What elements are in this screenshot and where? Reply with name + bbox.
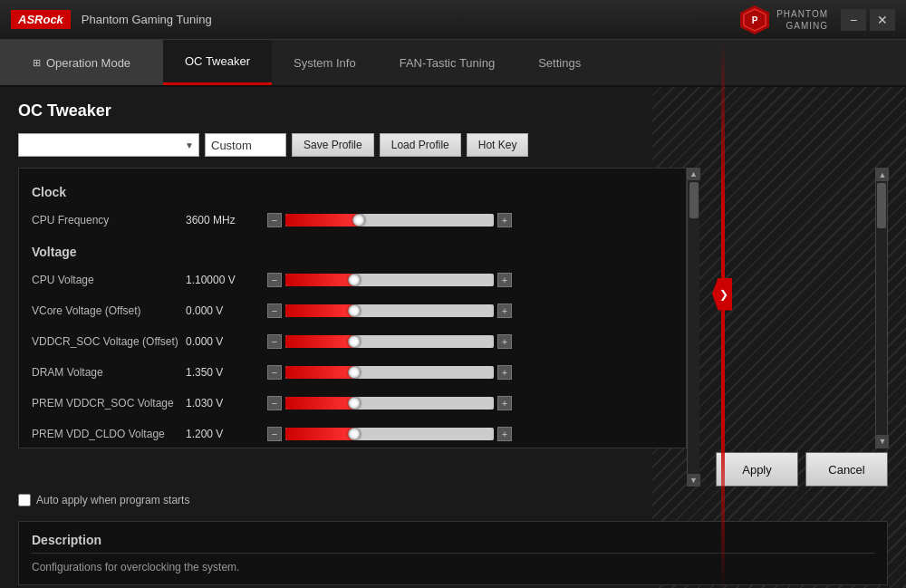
cpu-frequency-plus[interactable]: + (497, 213, 512, 227)
description-title: Description (32, 533, 874, 554)
vddcr-soc-label: VDDCR_SOC Voltage (Offset) (32, 335, 186, 348)
hotkey-button[interactable]: Hot Key (467, 133, 529, 157)
auto-apply-label: Auto apply when program starts (36, 494, 189, 506)
profile-name-input[interactable] (205, 133, 286, 157)
scroll-thumb[interactable] (689, 182, 699, 218)
cpu-frequency-fill (285, 214, 359, 227)
apply-button[interactable]: Apply (716, 452, 798, 487)
prem-vdd-cldo-plus[interactable]: + (497, 427, 512, 441)
titlebar-right: P PHANTOM GAMING − ✕ (738, 4, 895, 36)
cpu-frequency-label: CPU Frequency (32, 214, 186, 227)
prem-vdd-cldo-label: PREM VDD_CLDO Voltage (32, 428, 186, 440)
prem-vdd-cldo-slider: − + (267, 427, 512, 441)
vddcr-soc-fill (285, 335, 354, 348)
action-buttons: Apply Cancel (716, 452, 888, 487)
minimize-button[interactable]: − (841, 9, 866, 31)
dram-voltage-slider: − + (267, 365, 512, 380)
vddcr-soc-slider: − + (267, 334, 512, 349)
dram-voltage-track[interactable] (285, 366, 494, 379)
scroll-area: Clock CPU Frequency 3600 MHz − + (18, 168, 699, 487)
prem-vdd-cldo-track[interactable] (285, 428, 494, 440)
right-scroll-track[interactable] (876, 181, 887, 435)
scroll-up-arrow[interactable]: ▲ (688, 168, 700, 180)
cpu-frequency-slider: − + (267, 213, 512, 227)
cpu-voltage-row: CPU Voltage 1.10000 V − + (32, 268, 673, 292)
cpu-frequency-row: CPU Frequency 3600 MHz − + (32, 208, 673, 232)
voltage-section-header: Voltage (32, 245, 673, 259)
prem-vdd-cldo-fill (285, 428, 354, 440)
cpu-voltage-plus[interactable]: + (497, 273, 512, 287)
dropdown-wrapper (18, 133, 199, 157)
cpu-frequency-track[interactable] (285, 214, 494, 227)
auto-apply-checkbox[interactable] (18, 494, 31, 506)
prem-vddcr-label: PREM VDDCR_SOC Voltage (32, 397, 186, 410)
clock-section-header: Clock (32, 185, 673, 199)
right-scroll-up[interactable]: ▲ (876, 169, 889, 181)
prem-vddcr-minus[interactable]: − (267, 396, 282, 410)
tab-oc-tweaker[interactable]: OC Tweaker (163, 40, 272, 85)
right-scroll-thumb[interactable] (877, 183, 886, 228)
cpu-voltage-slider: − + (267, 273, 512, 287)
prem-vddcr-plus[interactable]: + (497, 396, 512, 410)
dram-voltage-plus[interactable]: + (497, 365, 512, 380)
nav-bar: ⊞ Operation Mode OC Tweaker System Info … (0, 40, 906, 87)
vddcr-soc-minus[interactable]: − (267, 334, 282, 349)
right-scroll-down[interactable]: ▼ (876, 435, 889, 448)
load-profile-button[interactable]: Load Profile (380, 133, 461, 157)
description-text: Configurations for overclocking the syst… (32, 561, 874, 574)
dram-voltage-thumb[interactable] (348, 366, 361, 379)
vcore-voltage-plus[interactable]: + (497, 304, 512, 318)
settings-scroll-container: Clock CPU Frequency 3600 MHz − + (18, 168, 687, 448)
scroll-track[interactable] (688, 180, 699, 474)
vcore-voltage-label: VCore Voltage (Offset) (32, 304, 186, 317)
cancel-button[interactable]: Cancel (805, 452, 888, 487)
dram-voltage-value: 1.350 V (186, 366, 267, 379)
cpu-frequency-minus[interactable]: − (267, 213, 282, 227)
profile-dropdown[interactable] (18, 133, 199, 157)
dram-voltage-minus[interactable]: − (267, 365, 282, 380)
save-profile-button[interactable]: Save Profile (292, 133, 374, 157)
cpu-frequency-value: 3600 MHz (186, 214, 267, 227)
cpu-voltage-track[interactable] (285, 274, 494, 286)
phantom-logo: P PHANTOM GAMING (738, 4, 828, 36)
vcore-voltage-fill (285, 304, 354, 317)
settings-scrollbar: ▲ ▼ (687, 168, 699, 487)
cpu-voltage-thumb[interactable] (348, 274, 361, 286)
vcore-voltage-slider: − + (267, 304, 512, 318)
svg-text:P: P (752, 15, 758, 25)
tab-fan-tastic[interactable]: FAN-Tastic Tuning (378, 40, 517, 85)
tab-settings[interactable]: Settings (516, 40, 602, 85)
cpu-frequency-thumb[interactable] (352, 214, 365, 227)
prem-vddcr-row: PREM VDDCR_SOC Voltage 1.030 V − + (32, 391, 673, 415)
description-section: Description Configurations for overclock… (18, 521, 888, 585)
cpu-voltage-label: CPU Voltage (32, 274, 186, 286)
prem-vdd-cldo-value: 1.200 V (186, 428, 267, 440)
prem-vddcr-fill (285, 397, 354, 410)
dram-voltage-label: DRAM Voltage (32, 366, 186, 379)
prem-vddcr-thumb[interactable] (348, 397, 361, 410)
vcore-voltage-track[interactable] (285, 304, 494, 317)
phantom-gaming-text: PHANTOM GAMING (776, 8, 828, 32)
vddcr-soc-track[interactable] (285, 335, 494, 348)
collapse-icon: ❯ (719, 288, 728, 301)
auto-apply-row: Auto apply when program starts (18, 490, 888, 510)
app-title: Phantom Gaming Tuning (82, 13, 212, 26)
close-button[interactable]: ✕ (870, 9, 895, 31)
tab-system-info[interactable]: System Info (272, 40, 378, 85)
cpu-voltage-fill (285, 274, 354, 286)
scroll-down-arrow[interactable]: ▼ (688, 474, 700, 487)
prem-vddcr-value: 1.030 V (186, 397, 267, 410)
prem-vddcr-track[interactable] (285, 397, 494, 410)
right-panel: ▲ ▼ Apply Cancel (707, 168, 888, 487)
vddcr-soc-plus[interactable]: + (497, 334, 512, 349)
prem-vdd-cldo-thumb[interactable] (348, 428, 361, 440)
cpu-voltage-minus[interactable]: − (267, 273, 282, 287)
vddcr-soc-row: VDDCR_SOC Voltage (Offset) 0.000 V − + (32, 330, 673, 353)
vcore-voltage-thumb[interactable] (348, 304, 361, 317)
prem-vdd-cldo-minus[interactable]: − (267, 427, 282, 441)
scroll-content: Clock CPU Frequency 3600 MHz − + (19, 169, 686, 448)
vcore-voltage-minus[interactable]: − (267, 304, 282, 318)
right-scrollbar: ▲ ▼ (875, 168, 888, 448)
vddcr-soc-thumb[interactable] (348, 335, 361, 348)
tab-operation-mode[interactable]: ⊞ Operation Mode (0, 40, 163, 85)
